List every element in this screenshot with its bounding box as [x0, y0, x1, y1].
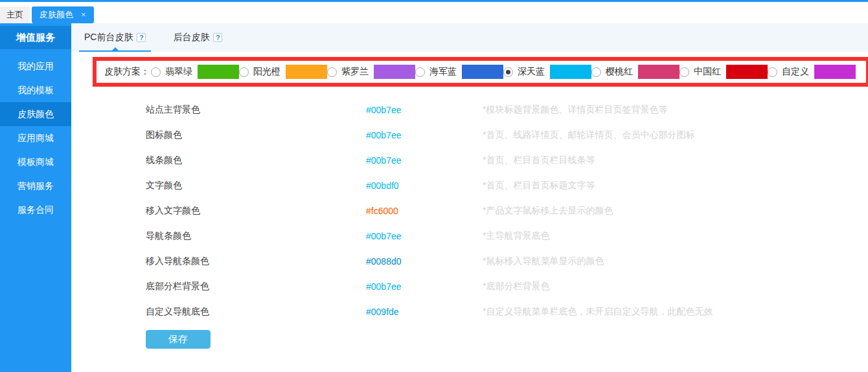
field-hint: *首页、栏目首页标题文字等: [483, 180, 595, 191]
form-row: 线条颜色 #00b7ee *首页、栏目首页栏目线条等: [146, 148, 868, 173]
scheme-option-label: 紫罗兰: [341, 66, 369, 78]
sidebar-item-service-contract[interactable]: 服务合同: [0, 198, 71, 222]
scheme-option-label: 深天蓝: [518, 66, 545, 78]
form-row: 底部分栏背景色 #00b7ee *底部分栏背景色: [146, 274, 868, 299]
skin-tab-strip: PC前台皮肤 ? 后台皮肤 ?: [71, 23, 868, 52]
help-icon[interactable]: ?: [213, 33, 222, 42]
color-swatch[interactable]: [198, 65, 239, 79]
sidebar: 增值服务 我的应用 我的模板 皮肤颜色 应用商城 模板商城 营销服务 服务合同: [0, 23, 71, 372]
radio-button[interactable]: [415, 67, 425, 77]
radio-button[interactable]: [239, 67, 249, 77]
sidebar-item-template-market[interactable]: 模板商城: [0, 150, 71, 174]
window-tab-bar: 主页 皮肤颜色 ×: [0, 2, 868, 23]
radio-button[interactable]: [503, 67, 513, 77]
tab-backend-skin-label: 后台皮肤: [173, 32, 209, 43]
hex-value[interactable]: #00b7ee: [366, 105, 483, 115]
active-tab-caret-icon: [112, 47, 119, 50]
scheme-option-china-red[interactable]: 中国红: [680, 65, 768, 79]
scheme-option-cherry-red[interactable]: 樱桃红: [591, 65, 680, 79]
hex-value[interactable]: #00b7ee: [366, 155, 483, 166]
form-row: 移入导航条颜色 #0088d0 *鼠标移入导航菜单显示的颜色: [146, 248, 868, 274]
color-settings-form: 站点主背景色 #00b7ee *模块标题背景颜色、详情页栏目页签背景色等 图标颜…: [146, 97, 868, 349]
field-hint: *模块标题背景颜色、详情页栏目页签背景色等: [483, 104, 667, 116]
color-swatch[interactable]: [462, 65, 503, 79]
hex-value[interactable]: #00bdf0: [366, 181, 483, 191]
tab-pc-frontend-skin[interactable]: PC前台皮肤 ?: [79, 23, 151, 52]
field-hint: *首页、线路详情页、邮轮详情页、会员中心部分图标: [483, 129, 694, 141]
color-swatch[interactable]: [374, 65, 415, 79]
hex-value[interactable]: #00b7ee: [366, 231, 483, 241]
field-hint: *产品文字鼠标移上去显示的颜色: [483, 205, 613, 217]
main-area: PC前台皮肤 ? 后台皮肤 ? 皮肤方案： 翡翠绿: [71, 23, 868, 372]
scheme-option-label: 阳光橙: [253, 66, 280, 78]
tab-backend-skin[interactable]: 后台皮肤 ?: [168, 23, 227, 52]
scheme-option-label: 樱桃红: [606, 66, 633, 78]
field-label: 导航条颜色: [146, 230, 366, 242]
tab-home[interactable]: 主页: [0, 6, 30, 23]
content-panel: 皮肤方案： 翡翠绿 阳光橙 紫罗兰: [71, 52, 868, 372]
scheme-option-violet[interactable]: 紫罗兰: [327, 65, 415, 79]
field-label: 底部分栏背景色: [146, 281, 366, 292]
sidebar-item-my-templates[interactable]: 我的模板: [0, 78, 71, 102]
scheme-option-jade-green[interactable]: 翡翠绿: [151, 65, 239, 79]
sidebar-item-app-market[interactable]: 应用商城: [0, 126, 71, 150]
save-button[interactable]: 保存: [146, 330, 211, 349]
form-row: 文字颜色 #00bdf0 *首页、栏目首页标题文字等: [146, 173, 868, 198]
field-hint: *首页、栏目首页栏目线条等: [483, 155, 595, 166]
close-icon[interactable]: ×: [81, 6, 86, 23]
scheme-option-custom[interactable]: 自定义: [768, 65, 856, 79]
color-swatch[interactable]: [726, 65, 768, 79]
field-label: 移入文字颜色: [146, 205, 366, 217]
tab-skin-color[interactable]: 皮肤颜色 ×: [32, 6, 94, 23]
color-swatch[interactable]: [814, 65, 856, 79]
field-hint: *鼠标移入导航菜单显示的颜色: [483, 256, 604, 267]
form-row: 导航条颜色 #00b7ee *主导航背景底色: [146, 223, 868, 248]
sidebar-header: 增值服务: [0, 26, 71, 49]
sidebar-item-marketing-services[interactable]: 营销服务: [0, 174, 71, 198]
form-row: 移入文字颜色 #fc6000 *产品文字鼠标移上去显示的颜色: [146, 198, 868, 223]
scheme-label: 皮肤方案：: [104, 66, 150, 78]
hex-value[interactable]: #0088d0: [366, 256, 483, 267]
scheme-option-sun-orange[interactable]: 阳光橙: [239, 65, 327, 79]
radio-button[interactable]: [591, 67, 601, 77]
hex-value[interactable]: #009fde: [366, 307, 483, 317]
color-swatch[interactable]: [638, 65, 680, 79]
scheme-option-label: 海军蓝: [429, 66, 457, 78]
field-label: 线条颜色: [146, 155, 366, 166]
form-row: 自定义导航底色 #009fde *自定义导航菜单栏底色，未开启自定义导航，此配色…: [146, 299, 868, 324]
hex-value[interactable]: #fc6000: [366, 206, 483, 216]
radio-button[interactable]: [768, 67, 777, 77]
color-swatch[interactable]: [286, 65, 327, 79]
skin-scheme-panel: 皮肤方案： 翡翠绿 阳光橙 紫罗兰: [93, 57, 868, 87]
scheme-options: 翡翠绿 阳光橙 紫罗兰 海军蓝: [151, 65, 856, 79]
field-label: 站点主背景色: [146, 104, 366, 116]
scheme-option-label: 翡翠绿: [165, 66, 192, 78]
tab-skin-color-label: 皮肤颜色: [40, 6, 73, 23]
sidebar-item-skin-color[interactable]: 皮肤颜色: [0, 102, 71, 126]
scheme-option-deep-sky-blue[interactable]: 深天蓝: [503, 65, 591, 79]
scheme-option-label: 中国红: [694, 66, 721, 78]
form-row: 图标颜色 #00b7ee *首页、线路详情页、邮轮详情页、会员中心部分图标: [146, 122, 868, 148]
scheme-option-label: 自定义: [782, 66, 809, 78]
form-row: 站点主背景色 #00b7ee *模块标题背景颜色、详情页栏目页签背景色等: [146, 97, 868, 122]
radio-button[interactable]: [151, 67, 161, 77]
help-icon[interactable]: ?: [137, 33, 146, 42]
field-label: 文字颜色: [146, 180, 366, 191]
field-hint: *底部分栏背景色: [483, 281, 549, 292]
radio-button[interactable]: [680, 67, 689, 77]
tab-pc-frontend-skin-label: PC前台皮肤: [84, 32, 133, 43]
field-hint: *自定义导航菜单栏底色，未开启自定义导航，此配色无效: [483, 306, 713, 318]
scheme-option-navy-blue[interactable]: 海军蓝: [415, 65, 503, 79]
field-label: 图标颜色: [146, 129, 366, 141]
radio-button[interactable]: [327, 67, 337, 77]
field-label: 自定义导航底色: [146, 306, 366, 318]
field-label: 移入导航条颜色: [146, 256, 366, 267]
color-swatch[interactable]: [550, 65, 591, 79]
field-hint: *主导航背景底色: [483, 230, 549, 242]
hex-value[interactable]: #00b7ee: [366, 281, 483, 292]
hex-value[interactable]: #00b7ee: [366, 130, 483, 140]
sidebar-item-my-apps[interactable]: 我的应用: [0, 54, 71, 78]
